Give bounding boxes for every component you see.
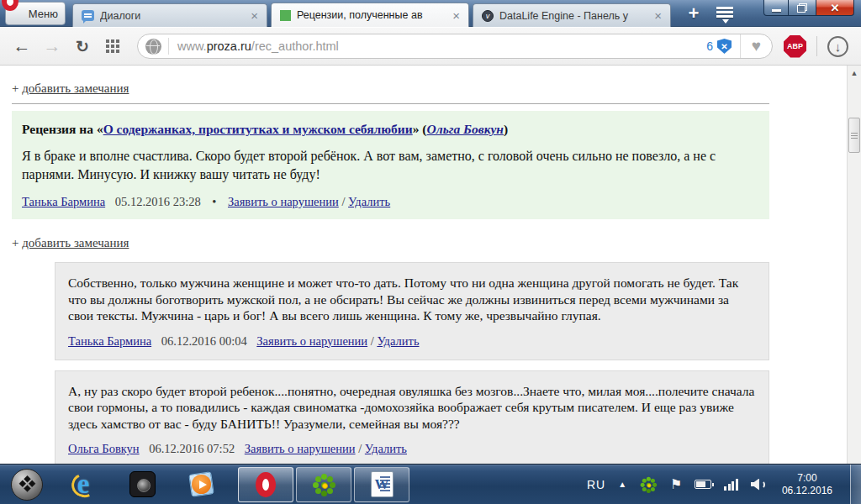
clock-date: 06.12.2016 [782, 485, 832, 497]
comment-user-link[interactable]: Ольга Бовкун [68, 442, 140, 455]
tab-close-icon[interactable]: × [652, 9, 663, 22]
network-signal-icon[interactable] [724, 479, 738, 491]
minimize-icon [772, 9, 781, 12]
green-square-icon [280, 10, 291, 21]
speed-dial-icon[interactable] [106, 39, 120, 54]
menu-button-label: Меню [29, 8, 58, 20]
browser-toolbar: ← → ↻ www.proza.ru/rec_author.html 6 ✕ ♥… [0, 28, 861, 66]
window-controls: ✕ [763, 0, 854, 16]
new-tab-button[interactable]: + [683, 4, 705, 24]
page-scrollbar[interactable]: ▲ [847, 66, 861, 464]
work-author-link[interactable]: Ольга Бовкун [427, 122, 504, 136]
comment-meta: Танька Бармина 06.12.2016 00:04 Заявить … [68, 334, 756, 349]
adblock-plus-icon[interactable]: ABP [784, 35, 806, 58]
chat-icon [82, 10, 94, 21]
taskbar-media-player[interactable] [182, 467, 219, 502]
tab-title: DataLife Engine - Панель у [499, 10, 647, 22]
taskbar-word-running[interactable]: W [354, 467, 409, 502]
start-button[interactable] [11, 469, 43, 501]
page-content: + добавить замечания Рецензия на «О соде… [0, 66, 861, 464]
forward-button[interactable]: → [37, 36, 67, 56]
close-icon: ✕ [831, 2, 840, 14]
delete-link[interactable]: Удалить [348, 195, 390, 208]
review-title: Рецензия на «О содержанках, проститутках… [22, 122, 759, 137]
tab-list-button[interactable] [716, 7, 735, 22]
blocked-count: 6 [706, 39, 713, 53]
internet-explorer-icon [68, 470, 100, 501]
battery-icon[interactable] [695, 480, 711, 489]
comment-user-link[interactable]: Танька Бармина [68, 334, 151, 348]
comment-body: Собственно, только мужчина женщине и мож… [68, 275, 756, 324]
tab-datalife[interactable]: v DataLife Engine - Панель у × [473, 3, 671, 27]
downloads-icon[interactable]: ↓ [827, 36, 848, 57]
review-body: Я в браке и вполне счастлива. Скоро буде… [22, 147, 759, 184]
add-remark-row: + добавить замечания [12, 236, 769, 250]
globe-icon[interactable] [145, 39, 161, 55]
taskbar-clock[interactable]: 7:00 06.12.2016 [782, 472, 832, 497]
opera-icon [256, 472, 276, 497]
heart-icon: ♥ [752, 37, 761, 55]
add-remark-row: + добавить замечания [12, 81, 769, 96]
browser-tab-bar: Меню Диалоги × Рецензии, полученные ав ×… [0, 0, 861, 27]
taskbar-icq-running[interactable] [296, 467, 351, 502]
close-window-button[interactable]: ✕ [816, 0, 854, 16]
bookmark-section[interactable]: ♥ [740, 34, 772, 58]
tab-title: Диалоги [100, 10, 243, 22]
dle-favicon: v [482, 10, 494, 22]
restore-icon [797, 3, 807, 13]
comment-date: 06.12.2016 00:04 [161, 334, 247, 348]
windows-media-player-icon [187, 470, 215, 499]
restore-button[interactable] [789, 0, 816, 16]
review-box: Рецензия на «О содержанках, проститутках… [12, 111, 769, 219]
comment-box: А, ну раз скоро будет второй ребенок....… [55, 370, 769, 469]
scrollbar-thumb[interactable] [848, 118, 860, 153]
add-remark-link[interactable]: добавить замечания [22, 236, 129, 249]
comment-body: А, ну раз скоро будет второй ребенок....… [68, 383, 756, 433]
address-bar[interactable]: www.proza.ru/rec_author.html 6 ✕ ♥ [137, 34, 773, 59]
url-text[interactable]: www.proza.ru/rec_author.html [177, 39, 339, 53]
windows-taskbar: e W RU ▲ ⚑ 7:00 06.12.2016 [0, 464, 861, 504]
work-title-link[interactable]: О содержанках, проститутках и мужском се… [103, 122, 413, 136]
clock-time: 7:00 [782, 472, 832, 485]
review-meta: Танька Бармина 05.12.2016 23:28 • Заявит… [22, 195, 759, 209]
icq-flower-icon [311, 472, 336, 497]
divider [12, 103, 769, 104]
system-tray: RU ▲ ⚑ 7:00 06.12.2016 [587, 465, 861, 504]
delete-link[interactable]: Удалить [365, 442, 407, 455]
reviewer-link[interactable]: Танька Бармина [22, 195, 105, 208]
camera-app-icon [129, 471, 156, 497]
tab-dialogs[interactable]: Диалоги × [72, 3, 267, 27]
tab-title: Рецензии, полученные ав [297, 9, 445, 21]
taskbar-opera-running[interactable] [238, 467, 293, 502]
minimize-button[interactable] [763, 0, 789, 16]
language-indicator[interactable]: RU [587, 478, 605, 491]
start-orb-icon [18, 475, 35, 493]
back-button[interactable]: ← [7, 36, 37, 56]
volume-icon[interactable] [751, 479, 766, 491]
taskbar-internet-explorer[interactable]: e [65, 467, 102, 502]
report-link[interactable]: Заявить о нарушении [228, 195, 339, 208]
add-remark-link[interactable]: добавить замечания [22, 81, 129, 95]
tab-close-icon[interactable]: × [249, 9, 260, 22]
report-link[interactable]: Заявить о нарушении [256, 334, 367, 348]
review-date: 05.12.2016 23:28 [115, 195, 201, 208]
icq-tray-icon[interactable] [639, 475, 658, 494]
tab-close-icon[interactable]: × [451, 9, 462, 22]
delete-link[interactable]: Удалить [377, 334, 419, 348]
chevron-down-icon [722, 19, 729, 27]
adblock-shield-icon[interactable]: ✕ [717, 39, 732, 54]
comment-date: 06.12.2016 07:52 [149, 442, 235, 455]
action-center-flag-icon[interactable]: ⚑ [670, 476, 682, 492]
word-icon: W [371, 471, 394, 497]
report-link[interactable]: Заявить о нарушении [245, 442, 356, 455]
tab-reviews-active[interactable]: Рецензии, полученные ав × [271, 3, 469, 27]
comment-box: Собственно, только мужчина женщине и мож… [55, 262, 769, 360]
comment-meta: Ольга Бовкун 06.12.2016 07:52 Заявить о … [68, 442, 756, 456]
taskbar-camera-app[interactable] [124, 467, 161, 502]
tray-expand-icon[interactable]: ▲ [618, 480, 626, 489]
reload-button[interactable]: ↻ [67, 37, 98, 56]
show-desktop-button[interactable] [850, 465, 861, 504]
scroll-up-arrow[interactable]: ▲ [848, 66, 861, 80]
